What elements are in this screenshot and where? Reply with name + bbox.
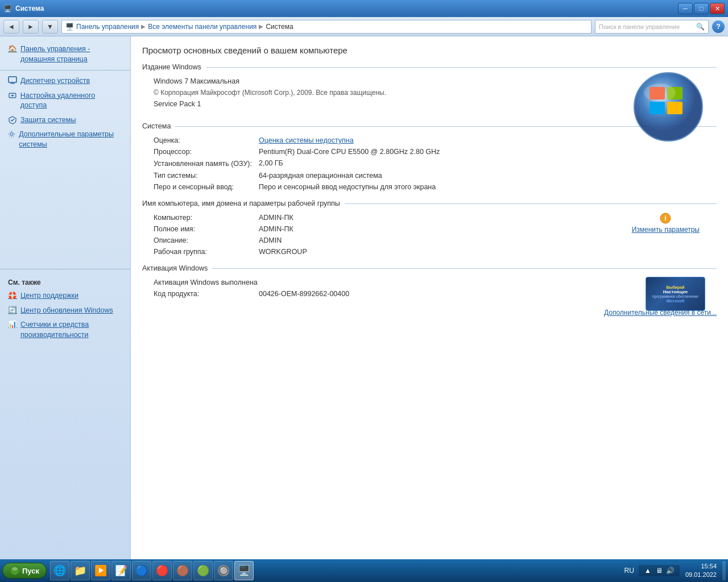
taskbar-app1-button[interactable]: 🔵 [132, 561, 151, 580]
breadcrumb-arrow-2: ▶ [259, 23, 263, 30]
more-info-link[interactable]: Дополнительные сведения в сети... [604, 309, 717, 317]
help-button[interactable]: ? [712, 20, 725, 33]
address-bar: ◄ ► ▼ 🖥️ Панель управления ▶ Все элемент… [0, 17, 728, 36]
genuine-text-3: программное обеспечение [652, 294, 698, 299]
search-box[interactable]: Поиск в панели управления 🔍 [595, 20, 709, 34]
performance-icon: 📊 [8, 320, 17, 330]
system-section-header: Система [142, 122, 717, 130]
genuine-badge: Выбирай Настоящее программное обеспечени… [646, 277, 705, 311]
app4-icon: 🟢 [197, 564, 209, 577]
taskbar-app2-button[interactable]: 🔴 [152, 561, 172, 580]
ie-icon: 🌐 [53, 564, 66, 577]
svg-point-9 [644, 84, 676, 102]
sidebar-home-link[interactable]: 🏠 Панель управления - домашняя страница [0, 42, 130, 66]
taskbar-active-button[interactable]: 🖥️ [234, 561, 254, 580]
windows-row-1: Windows 7 Максимальная [142, 76, 717, 87]
system-value-ram: 2,00 ГБ [259, 159, 283, 167]
sidebar-item-advanced[interactable]: Дополнительные параметры системы [0, 127, 130, 152]
system-row-type: Тип системы: 64-разрядная операционная с… [142, 170, 717, 181]
system-value-pen: Перо и сенсорный ввод недоступны для это… [259, 183, 436, 191]
maximize-button[interactable]: □ [694, 3, 709, 14]
home-icon: 🏠 [8, 44, 17, 55]
breadcrumb-item-1[interactable]: Панель управления [76, 23, 139, 31]
window-title: Система [15, 5, 44, 13]
recent-button[interactable]: ▼ [42, 20, 58, 34]
breadcrumb-item-2[interactable]: Все элементы панели управления [148, 23, 257, 31]
sidebar-item-support[interactable]: 🛟 Центр поддержки [0, 289, 130, 304]
close-button[interactable]: ✕ [710, 3, 725, 14]
main-window: 🏠 Панель управления - домашняя страница … [0, 36, 728, 559]
chrome-icon: 🔘 [217, 564, 230, 577]
clock[interactable]: 15:54 09.01.2022 [682, 561, 720, 581]
computer-value-name: ADMIN-ПК [259, 214, 293, 222]
computer-section-line [345, 203, 717, 204]
system-label-cpu: Процессор: [154, 148, 259, 156]
media-icon: ▶️ [94, 564, 107, 577]
taskbar-ie-button[interactable]: 🌐 [50, 561, 69, 580]
app2-icon: 🔴 [156, 564, 168, 577]
shield-icon [8, 115, 17, 124]
system-row-pen: Перо и сенсорный ввод: Перо и сенсорный … [142, 181, 717, 193]
start-button[interactable]: Пуск [2, 563, 47, 579]
sidebar: 🏠 Панель управления - домашняя страница … [0, 36, 131, 559]
sidebar-item-remote[interactable]: Настройка удаленного доступа [0, 89, 130, 113]
forward-button[interactable]: ► [23, 20, 39, 34]
sidebar-item-performance[interactable]: 📊 Счетчики и средства производительности [0, 318, 130, 342]
svg-text:i: i [665, 214, 667, 222]
see-also-title: См. также [0, 273, 130, 289]
remote-icon [8, 91, 17, 100]
system-tray: ▲ 🖥 🔊 [639, 565, 680, 576]
system-value-rating[interactable]: Оценка системы недоступна [259, 136, 354, 144]
word-icon: 📝 [115, 564, 127, 577]
windows-edition: Windows 7 Максимальная [154, 77, 239, 85]
taskbar-right: RU ▲ 🖥 🔊 15:54 09.01.2022 [622, 561, 726, 581]
computer-row-workgroup: Рабочая группа: WORKGROUP [142, 246, 717, 257]
system-value-cpu: Pentium(R) Dual-Core CPU E5500 @ 2.80GHz… [259, 148, 440, 156]
svg-rect-7 [650, 102, 665, 114]
change-params-link[interactable]: Изменить параметры [632, 226, 700, 234]
windows-row-2: © Корпорация Майкрософт (Microsoft Corp.… [142, 87, 717, 98]
taskbar-chrome-button[interactable]: 🔘 [214, 561, 233, 580]
tray-arrow-icon[interactable]: ▲ [643, 566, 652, 575]
system-label-ram: Установленная память (ОЗУ): [154, 159, 259, 168]
sidebar-item-protection[interactable]: Защита системы [0, 113, 130, 128]
taskbar-left: Пуск 🌐 📁 ▶️ 📝 🔵 🔴 🟤 🟢 🔘 🖥️ [2, 561, 254, 580]
sidebar-item-devices[interactable]: Диспетчер устройств [0, 74, 130, 89]
system-row-ram: Установленная память (ОЗУ): 2,00 ГБ [142, 157, 717, 170]
change-params-container[interactable]: i Изменить параметры [632, 212, 700, 234]
app3-icon: 🟤 [176, 564, 189, 577]
window-icon: 🖥️ [3, 5, 12, 13]
change-params-icon: i [659, 212, 672, 225]
tray-network-icon[interactable]: 🖥 [655, 566, 664, 575]
app1-icon: 🔵 [135, 564, 148, 577]
taskbar-explorer-button[interactable]: 📁 [71, 561, 90, 580]
activation-value-key: 00426-OEM-8992662-00400 [259, 290, 349, 298]
system-section-content: Оценка: Оценка системы недоступна Процес… [142, 135, 717, 193]
taskbar-word-button[interactable]: 📝 [111, 561, 131, 580]
minimize-button[interactable]: ─ [678, 3, 693, 14]
taskbar-app3-button[interactable]: 🟤 [173, 561, 192, 580]
svg-rect-0 [9, 77, 16, 82]
show-desktop-button[interactable] [722, 561, 726, 580]
activation-row-key: Код продукта: 00426-OEM-8992662-00400 [142, 288, 717, 300]
taskbar-app4-button[interactable]: 🟢 [193, 561, 213, 580]
system-value-type: 64-разрядная операционная система [259, 172, 382, 180]
sidebar-item-updates[interactable]: 🔄 Центр обновления Windows [0, 304, 130, 318]
settings-icon [8, 130, 15, 139]
breadcrumb-icon: 🖥️ [65, 23, 74, 31]
genuine-text-4: Microsoft [667, 299, 685, 303]
tray-volume-icon[interactable]: 🔊 [666, 566, 675, 575]
activation-section-title: Активация Windows [142, 264, 208, 272]
taskbar-media-button[interactable]: ▶️ [91, 561, 110, 580]
computer-section-content: Компьютер: ADMIN-ПК Полное имя: ADMIN-ПК… [142, 212, 717, 257]
language-indicator: RU [622, 566, 636, 576]
back-button[interactable]: ◄ [3, 20, 19, 34]
devices-icon [8, 76, 17, 85]
computer-section-title: Имя компьютера, имя домена и параметры р… [142, 199, 340, 207]
activation-section-content: Активация Windows выполнена Код продукта… [142, 277, 717, 317]
explorer-icon: 📁 [74, 564, 86, 577]
computer-value-workgroup: WORKGROUP [259, 248, 307, 256]
clock-time: 15:54 [685, 562, 717, 571]
title-bar: 🖥️ Система ─ □ ✕ [0, 0, 728, 17]
activation-status: Активация Windows выполнена [154, 278, 258, 286]
